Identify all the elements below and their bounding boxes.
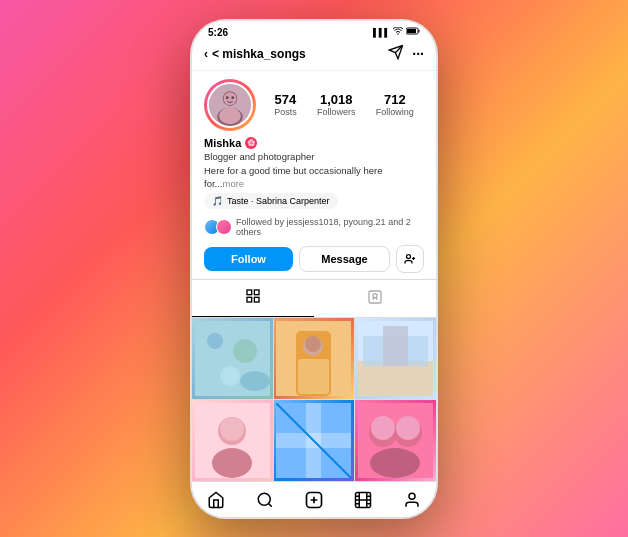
nav-reels[interactable] bbox=[347, 488, 379, 512]
phone-frame: 5:26 ▌▌▌ ‹ < mis bbox=[190, 19, 438, 519]
followed-by-row: Followed by jessjess1018, pyoung.21 and … bbox=[192, 213, 436, 241]
photo-1[interactable] bbox=[192, 318, 273, 399]
nav-search[interactable] bbox=[249, 488, 281, 512]
tab-tagged[interactable] bbox=[314, 280, 436, 317]
avatar-inner bbox=[207, 82, 253, 128]
svg-rect-15 bbox=[247, 298, 252, 303]
nav-add[interactable] bbox=[298, 488, 330, 512]
svg-rect-27 bbox=[298, 359, 329, 394]
status-icons: ▌▌▌ bbox=[373, 27, 420, 37]
svg-point-45 bbox=[396, 416, 420, 440]
back-arrow-icon[interactable]: ‹ bbox=[204, 47, 208, 61]
svg-point-35 bbox=[212, 448, 252, 478]
stat-following[interactable]: 712 Following bbox=[376, 92, 414, 117]
svg-point-44 bbox=[371, 416, 395, 440]
follow-button[interactable]: Follow bbox=[204, 247, 293, 271]
follower-avatars bbox=[204, 219, 232, 235]
followers-label: Followers bbox=[317, 107, 356, 117]
stat-followers[interactable]: 1,018 Followers bbox=[317, 92, 356, 117]
photo-2[interactable] bbox=[274, 318, 355, 399]
svg-rect-14 bbox=[254, 290, 259, 295]
photo-4[interactable] bbox=[192, 400, 273, 481]
svg-point-28 bbox=[305, 336, 321, 352]
posts-count: 574 bbox=[275, 92, 297, 107]
follower-avatar-2 bbox=[216, 219, 232, 235]
signal-icon: ▌▌▌ bbox=[373, 28, 390, 37]
add-user-button[interactable] bbox=[396, 245, 424, 273]
ig-header-right: ··· bbox=[388, 44, 424, 64]
grid-icon bbox=[245, 288, 261, 308]
ig-header-left[interactable]: ‹ < mishka_songs bbox=[204, 47, 306, 61]
message-button[interactable]: Message bbox=[299, 246, 390, 272]
profile-name: Mishka bbox=[204, 137, 241, 149]
bottom-nav bbox=[192, 481, 436, 519]
svg-rect-30 bbox=[358, 361, 433, 396]
svg-rect-13 bbox=[247, 290, 252, 295]
profile-name-row: Mishka 🌸 bbox=[204, 137, 424, 149]
svg-point-21 bbox=[233, 339, 257, 363]
profile-info-row: 574 Posts 1,018 Followers 712 Following bbox=[192, 71, 436, 135]
svg-point-20 bbox=[207, 333, 223, 349]
svg-rect-1 bbox=[407, 29, 416, 33]
svg-rect-16 bbox=[254, 298, 259, 303]
send-icon[interactable] bbox=[388, 44, 404, 64]
svg-point-47 bbox=[258, 493, 270, 505]
svg-rect-2 bbox=[419, 30, 420, 33]
photo-5[interactable] bbox=[274, 400, 355, 481]
svg-point-9 bbox=[231, 96, 234, 99]
wifi-icon bbox=[393, 27, 403, 37]
svg-point-10 bbox=[407, 255, 411, 259]
verified-badge: 🌸 bbox=[245, 137, 257, 149]
followed-by-text: Followed by jessjess1018, pyoung.21 and … bbox=[236, 217, 424, 237]
profile-bio-line1: Blogger and photographer bbox=[204, 150, 424, 163]
photo-grid bbox=[192, 318, 436, 480]
svg-line-48 bbox=[269, 503, 272, 506]
photo-3[interactable] bbox=[355, 318, 436, 399]
svg-point-8 bbox=[226, 96, 229, 99]
status-time: 5:26 bbox=[208, 27, 228, 38]
profile-stats: 574 Posts 1,018 Followers 712 Following bbox=[264, 92, 424, 117]
svg-point-36 bbox=[220, 417, 244, 441]
nav-profile[interactable] bbox=[396, 488, 428, 512]
tagged-icon bbox=[367, 289, 383, 309]
status-bar: 5:26 ▌▌▌ bbox=[192, 21, 436, 40]
svg-point-23 bbox=[240, 371, 270, 391]
more-link[interactable]: more bbox=[222, 178, 244, 189]
music-label: Taste · Sabrina Carpenter bbox=[227, 196, 330, 206]
profile-bio-line2: Here for a good time but occasionally he… bbox=[204, 164, 424, 191]
photo-6[interactable] bbox=[355, 400, 436, 481]
more-icon[interactable]: ··· bbox=[412, 46, 424, 62]
nav-home[interactable] bbox=[200, 488, 232, 512]
svg-point-46 bbox=[370, 448, 420, 478]
tab-grid[interactable] bbox=[192, 280, 314, 317]
profile-tabs bbox=[192, 279, 436, 318]
avatar bbox=[204, 79, 256, 131]
action-buttons: Follow Message bbox=[192, 241, 436, 279]
battery-icon bbox=[406, 27, 420, 37]
music-tag[interactable]: 🎵 Taste · Sabrina Carpenter bbox=[204, 193, 338, 209]
svg-point-22 bbox=[220, 366, 240, 386]
profile-username: < mishka_songs bbox=[212, 47, 306, 61]
posts-label: Posts bbox=[274, 107, 297, 117]
svg-rect-32 bbox=[383, 326, 408, 366]
followers-count: 1,018 bbox=[320, 92, 353, 107]
music-note-icon: 🎵 bbox=[212, 196, 223, 206]
following-count: 712 bbox=[384, 92, 406, 107]
following-label: Following bbox=[376, 107, 414, 117]
ig-header: ‹ < mishka_songs ··· bbox=[192, 40, 436, 71]
svg-point-60 bbox=[409, 493, 415, 499]
profile-details: Mishka 🌸 Blogger and photographer Here f… bbox=[192, 135, 436, 214]
svg-point-7 bbox=[219, 107, 241, 123]
stat-posts[interactable]: 574 Posts bbox=[274, 92, 297, 117]
